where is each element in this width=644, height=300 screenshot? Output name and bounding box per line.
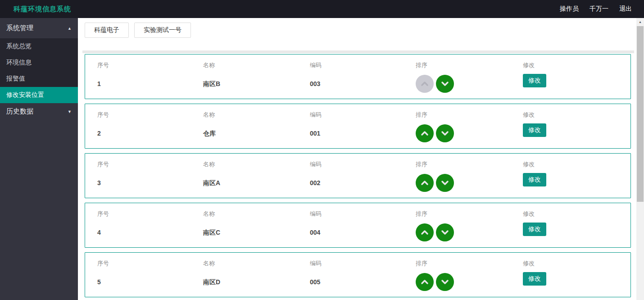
location-card: 序号 5 名称 南区D 编码 005 排序: [85, 252, 631, 297]
main-content: 科蕴电子 实验测试一号 序号 1 名称 南区B 编码 003 排序: [78, 18, 636, 300]
index-value: 1: [97, 80, 203, 87]
caret-up-icon: ▲: [68, 26, 72, 31]
sidebar-item-label: 环境信息: [6, 59, 32, 67]
scrollbar-thumb[interactable]: [637, 26, 644, 202]
chevron-up-icon: [420, 178, 430, 188]
modify-button[interactable]: 修改: [523, 123, 546, 137]
name-value: 南区D: [203, 278, 310, 286]
index-value: 3: [97, 179, 203, 186]
name-cell: 名称 南区D: [203, 253, 310, 297]
modify-header: 修改: [523, 112, 630, 118]
chevron-down-icon: [440, 227, 450, 237]
chevron-down-icon: [440, 79, 450, 89]
device-tabs: 科蕴电子 实验测试一号: [85, 23, 636, 38]
sort-cell: 排序: [416, 55, 523, 99]
sort-cell: 排序: [416, 253, 523, 297]
index-cell: 序号 1: [97, 55, 203, 99]
index-cell: 序号 2: [97, 104, 203, 148]
code-cell: 编码 001: [310, 104, 416, 148]
code-cell: 编码 002: [310, 154, 416, 198]
sidebar-item-alarm-value[interactable]: 报警值: [0, 71, 78, 87]
topbar-user-area: 操作员 千万一 退出: [560, 5, 632, 13]
chevron-up-icon: [420, 79, 430, 89]
code-cell: 编码 004: [310, 203, 416, 247]
move-down-button[interactable]: [436, 273, 454, 291]
sort-cell: 排序: [416, 154, 523, 198]
modify-cell: 修改 修改: [523, 154, 630, 198]
caret-down-icon: ▼: [68, 109, 72, 114]
sort-header: 排序: [416, 260, 523, 267]
app-title: 科蕴环境信息系统: [14, 5, 71, 14]
name-cell: 名称 南区C: [203, 203, 310, 247]
name-header: 名称: [203, 112, 310, 118]
move-down-button[interactable]: [436, 124, 454, 142]
scroll-up-arrow-icon: ▲: [639, 20, 642, 23]
name-header: 名称: [203, 161, 310, 168]
logout-button[interactable]: 退出: [619, 5, 632, 13]
move-up-button[interactable]: [416, 75, 434, 93]
move-up-button[interactable]: [416, 124, 434, 142]
index-header: 序号: [97, 260, 203, 267]
name-header: 名称: [203, 62, 310, 68]
name-header: 名称: [203, 260, 310, 267]
location-card: 序号 3 名称 南区A 编码 002 排序: [85, 153, 631, 198]
tab-label: 实验测试一号: [144, 26, 181, 34]
sidebar-item-system-overview[interactable]: 系统总览: [0, 38, 78, 55]
modify-cell: 修改 修改: [523, 55, 630, 99]
code-value: 003: [310, 80, 416, 87]
code-value: 002: [310, 179, 416, 186]
move-down-button[interactable]: [436, 75, 454, 93]
username-label: 千万一: [590, 5, 608, 13]
move-down-button[interactable]: [436, 223, 454, 241]
sidebar-item-label: 修改安装位置: [6, 91, 44, 99]
move-up-button[interactable]: [416, 174, 434, 192]
modify-header: 修改: [523, 161, 630, 168]
modify-button[interactable]: 修改: [523, 272, 546, 286]
sidebar: 系统管理 ▲ 系统总览 环境信息 报警值 修改安装位置 历史数据 ▼: [0, 18, 78, 300]
name-value: 仓库: [203, 130, 310, 138]
modify-header: 修改: [523, 62, 630, 68]
code-cell: 编码 005: [310, 253, 416, 297]
tab-keyun-electronics[interactable]: 科蕴电子: [85, 23, 129, 38]
index-value: 5: [97, 278, 203, 286]
chevron-up-icon: [420, 227, 430, 237]
name-header: 名称: [203, 211, 310, 217]
code-cell: 编码 003: [310, 55, 416, 99]
index-value: 4: [97, 229, 203, 236]
modify-button[interactable]: 修改: [523, 223, 546, 236]
code-value: 001: [310, 130, 416, 137]
section-divider: [82, 50, 634, 53]
sidebar-item-modify-install-location[interactable]: 修改安装位置: [0, 87, 78, 103]
tab-experiment-test-no1[interactable]: 实验测试一号: [134, 23, 191, 38]
modify-button[interactable]: 修改: [523, 173, 546, 186]
move-up-button[interactable]: [416, 273, 434, 291]
move-up-button[interactable]: [416, 223, 434, 241]
chevron-up-icon: [420, 277, 430, 287]
scrollbar-up-button[interactable]: ▲: [636, 18, 644, 26]
sort-header: 排序: [416, 161, 523, 168]
code-header: 编码: [310, 62, 416, 68]
name-value: 南区C: [203, 229, 310, 237]
code-value: 005: [310, 278, 416, 286]
tab-label: 科蕴电子: [94, 26, 119, 34]
vertical-scrollbar[interactable]: ▲: [636, 18, 644, 300]
topbar: 科蕴环境信息系统 操作员 千万一 退出: [0, 0, 644, 18]
user-role-label: 操作员: [560, 5, 579, 13]
modify-cell: 修改 修改: [523, 203, 630, 247]
modify-cell: 修改 修改: [523, 253, 630, 297]
chevron-down-icon: [440, 277, 450, 287]
name-value: 南区B: [203, 80, 310, 88]
sidebar-group-system-management[interactable]: 系统管理 ▲: [0, 18, 78, 38]
name-cell: 名称 南区A: [203, 154, 310, 198]
sidebar-group-history-data[interactable]: 历史数据 ▼: [0, 103, 78, 120]
index-header: 序号: [97, 161, 203, 168]
code-header: 编码: [310, 112, 416, 118]
sidebar-item-environment-info[interactable]: 环境信息: [0, 55, 78, 71]
modify-button[interactable]: 修改: [523, 74, 546, 87]
location-card-list: 序号 1 名称 南区B 编码 003 排序: [85, 54, 636, 297]
index-cell: 序号 5: [97, 253, 203, 297]
location-card: 序号 1 名称 南区B 编码 003 排序: [85, 54, 631, 99]
sidebar-group-label: 历史数据: [6, 107, 33, 116]
move-down-button[interactable]: [436, 174, 454, 192]
sort-header: 排序: [416, 112, 523, 118]
